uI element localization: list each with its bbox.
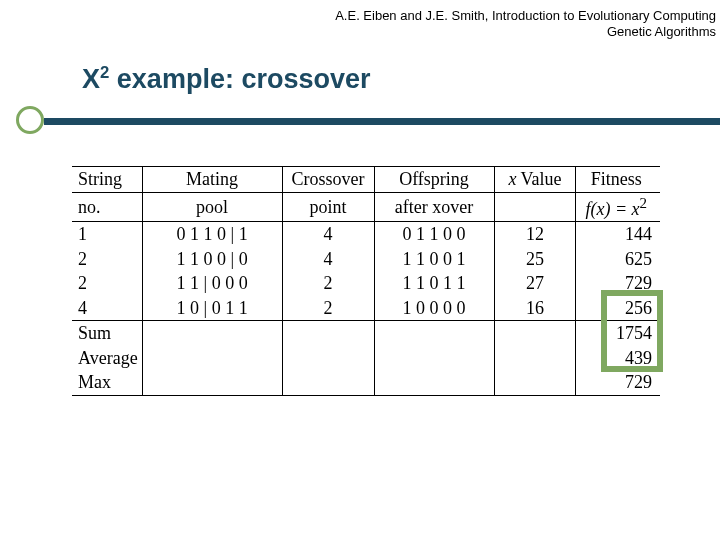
hdr-xvalue-blank: [494, 192, 576, 222]
cell-pool: 1 1 0 0 | 0: [142, 247, 282, 272]
hdr-fx: f(x) = x2: [576, 192, 660, 222]
underline-bar: [44, 118, 720, 125]
cell-off: 1 0 0 0 0: [374, 296, 494, 321]
title-sup: 2: [100, 63, 109, 82]
summary-row-sum: Sum 1754: [72, 321, 660, 346]
hdr-offspring: Offspring: [374, 167, 494, 193]
cell-no: 4: [72, 296, 142, 321]
hdr-crossover: Crossover: [282, 167, 374, 193]
summary-label: Average: [72, 346, 142, 371]
summary-label: Max: [72, 370, 142, 395]
cell-no: 1: [72, 222, 142, 247]
crossover-table: String Mating Crossover Offspring x Valu…: [72, 166, 660, 396]
hdr-value: Value: [521, 169, 562, 189]
cell-fit: 256: [576, 296, 660, 321]
blank: [494, 321, 576, 346]
hdr-fx-formula: f(x) = x: [585, 199, 639, 219]
title-prefix: X: [82, 64, 100, 94]
cell-pool: 0 1 1 0 | 1: [142, 222, 282, 247]
cell-off: 1 1 0 1 1: [374, 271, 494, 296]
title-rest: example: crossover: [109, 64, 370, 94]
blank: [374, 346, 494, 371]
table-row: 4 1 0 | 0 1 1 2 1 0 0 0 0 16 256: [72, 296, 660, 321]
cell-no: 2: [72, 247, 142, 272]
cell-fit: 729: [576, 271, 660, 296]
hdr-x-italic: x: [508, 169, 516, 189]
cell-x: 12: [494, 222, 576, 247]
blank: [494, 346, 576, 371]
attribution-line1: A.E. Eiben and J.E. Smith, Introduction …: [335, 8, 716, 24]
blank: [142, 370, 282, 395]
blank: [282, 370, 374, 395]
cell-no: 2: [72, 271, 142, 296]
cell-fit: 625: [576, 247, 660, 272]
cell-off: 1 1 0 0 1: [374, 247, 494, 272]
summary-label: Sum: [72, 321, 142, 346]
cell-x: 25: [494, 247, 576, 272]
cell-cp: 2: [282, 296, 374, 321]
table-header-row2: no. pool point after xover f(x) = x2: [72, 192, 660, 222]
hdr-afterxover: after xover: [374, 192, 494, 222]
summary-row-max: Max 729: [72, 370, 660, 395]
slide-title: X2 example: crossover: [82, 64, 370, 95]
attribution: A.E. Eiben and J.E. Smith, Introduction …: [335, 8, 716, 41]
table-row: 1 0 1 1 0 | 1 4 0 1 1 0 0 12 144: [72, 222, 660, 247]
cell-pool: 1 0 | 0 1 1: [142, 296, 282, 321]
blank: [282, 321, 374, 346]
bullet-icon: [16, 106, 44, 134]
attribution-line2: Genetic Algorithms: [335, 24, 716, 40]
blank: [142, 321, 282, 346]
blank: [494, 370, 576, 395]
slide: A.E. Eiben and J.E. Smith, Introduction …: [0, 0, 720, 540]
blank: [374, 370, 494, 395]
blank: [374, 321, 494, 346]
summary-fit: 729: [576, 370, 660, 395]
table-row: 2 1 1 | 0 0 0 2 1 1 0 1 1 27 729: [72, 271, 660, 296]
summary-row-average: Average 439: [72, 346, 660, 371]
blank: [282, 346, 374, 371]
hdr-xvalue: x Value: [494, 167, 576, 193]
title-underline: [0, 104, 720, 124]
hdr-no: no.: [72, 192, 142, 222]
hdr-pool: pool: [142, 192, 282, 222]
cell-cp: 4: [282, 247, 374, 272]
summary-fit: 1754: [576, 321, 660, 346]
cell-off: 0 1 1 0 0: [374, 222, 494, 247]
hdr-string: String: [72, 167, 142, 193]
blank: [142, 346, 282, 371]
hdr-mating: Mating: [142, 167, 282, 193]
hdr-fx-sup: 2: [640, 195, 648, 211]
cell-x: 27: [494, 271, 576, 296]
cell-cp: 4: [282, 222, 374, 247]
cell-cp: 2: [282, 271, 374, 296]
cell-fit: 144: [576, 222, 660, 247]
summary-fit: 439: [576, 346, 660, 371]
cell-pool: 1 1 | 0 0 0: [142, 271, 282, 296]
hdr-fitness: Fitness: [576, 167, 660, 193]
table-row: 2 1 1 0 0 | 0 4 1 1 0 0 1 25 625: [72, 247, 660, 272]
cell-x: 16: [494, 296, 576, 321]
hdr-point: point: [282, 192, 374, 222]
table-header-row1: String Mating Crossover Offspring x Valu…: [72, 167, 660, 193]
